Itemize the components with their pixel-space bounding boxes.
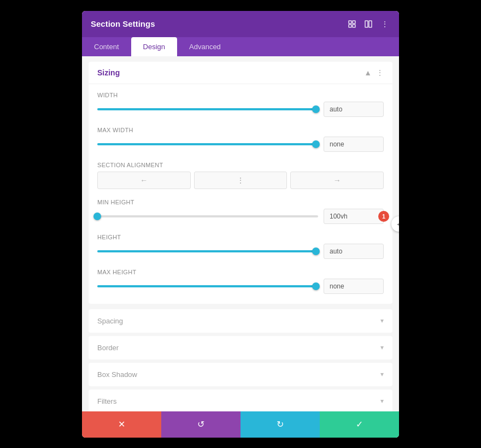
cancel-icon: ✕ [118,419,125,429]
align-left-icon: ← [140,176,148,185]
max-width-slider[interactable] [97,143,318,145]
filters-chevron: ▾ [380,397,384,405]
align-right-icon: → [333,176,341,185]
max-width-input[interactable] [324,137,384,152]
tab-design[interactable]: Design [131,37,177,56]
section-alignment-label: Section Alignment [97,162,384,168]
settings-icon[interactable]: ⋮ [376,68,384,77]
filters-title: Filters [97,397,116,405]
redo-icon: ↻ [277,419,284,429]
header-icons: ⋮ [347,19,390,30]
align-right-button[interactable]: → [290,172,384,189]
box-shadow-section[interactable]: Box Shadow ▾ [89,363,392,386]
height-label: Height [97,234,384,240]
height-control [97,244,384,259]
panel-header: Section Settings ⋮ [82,11,399,37]
columns-icon[interactable] [363,19,374,30]
collapse-icon[interactable]: ▲ [364,68,372,77]
tab-content[interactable]: Content [82,37,131,56]
filters-section[interactable]: Filters ▾ [89,390,392,411]
width-input[interactable] [324,102,384,117]
border-section[interactable]: Border ▾ [89,336,392,359]
more-icon[interactable]: ⋮ [379,19,390,30]
spacing-chevron: ▾ [380,317,384,325]
fullscreen-icon[interactable] [347,19,357,30]
min-height-field: Min Height 1 [97,199,384,224]
min-height-control: 1 [97,209,384,224]
min-height-input[interactable] [324,209,384,224]
section-alignment-field: Section Alignment ← ⋮ → [97,162,384,189]
max-height-label: Max Height [97,269,384,275]
redo-button[interactable]: ↻ [241,411,320,438]
box-shadow-title: Box Shadow [97,370,137,379]
sizing-section: Sizing ▲ ⋮ Width [89,62,392,304]
panel-content: Sizing ▲ ⋮ Width [82,56,399,411]
box-shadow-chevron: ▾ [380,370,384,378]
width-field: Width [97,92,384,117]
width-slider[interactable] [97,108,318,110]
reset-button[interactable]: ↺ [161,411,241,438]
width-control [97,102,384,117]
save-button[interactable]: ✓ [320,411,399,438]
align-center-button[interactable]: ⋮ [194,172,288,189]
align-left-button[interactable]: ← [97,172,191,189]
svg-rect-1 [353,21,355,23]
cancel-button[interactable]: ✕ [82,411,161,438]
alignment-buttons: ← ⋮ → [97,172,384,189]
height-input[interactable] [324,244,384,259]
panel-title: Section Settings [91,19,155,28]
max-height-input[interactable] [324,279,384,294]
tabs-bar: Content Design Advanced [82,37,399,56]
max-width-label: Max Width [97,127,384,133]
border-chevron: ▾ [380,344,384,351]
sizing-header-icons: ▲ ⋮ [364,68,384,77]
sizing-body: Width Max Width [89,84,392,304]
svg-rect-3 [353,25,355,27]
svg-rect-4 [365,21,368,27]
svg-rect-2 [349,25,351,27]
sizing-section-header: Sizing ▲ ⋮ [89,62,392,84]
width-label: Width [97,92,384,98]
height-field: Height [97,234,384,259]
spacing-section[interactable]: Spacing ▾ [89,309,392,333]
reset-icon: ↺ [197,419,204,429]
height-slider[interactable] [97,250,318,252]
sizing-title: Sizing [97,68,120,77]
max-height-field: Max Height [97,269,384,294]
border-title: Border [97,344,119,352]
save-icon: ✓ [356,419,363,429]
svg-rect-5 [369,21,372,27]
align-center-icon: ⋮ [237,176,244,185]
spacing-title: Spacing [97,317,123,325]
tab-advanced[interactable]: Advanced [177,37,233,56]
section-settings-panel: Section Settings ⋮ Content Design [82,11,399,438]
max-width-control [97,137,384,152]
min-height-label: Min Height [97,199,384,205]
max-width-field: Max Width [97,127,384,152]
svg-rect-0 [349,21,351,23]
min-height-badge: 1 [378,211,389,222]
min-height-input-wrapper: 1 [324,209,384,224]
panel-footer: ✕ ↺ ↻ ✓ [82,411,399,438]
min-height-slider[interactable] [97,215,318,217]
max-height-slider[interactable] [97,285,318,287]
max-height-control [97,279,384,294]
